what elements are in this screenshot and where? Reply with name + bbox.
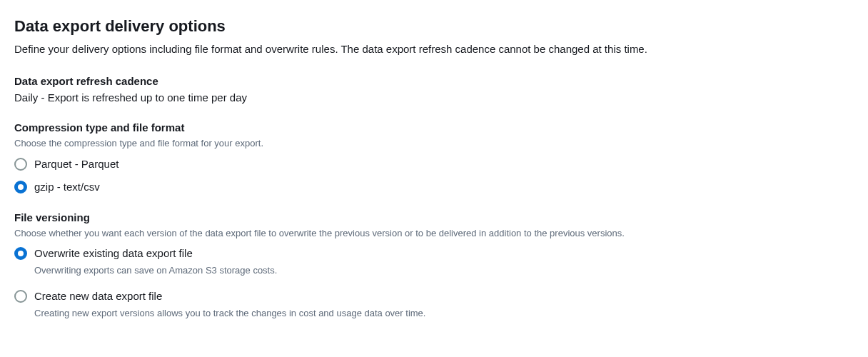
radio-description: Overwriting exports can save on Amazon S… (34, 263, 277, 278)
versioning-label: File versioning (14, 211, 854, 223)
versioning-group: File versioning Choose whether you want … (14, 211, 854, 321)
radio-text: Parquet - Parquet (34, 156, 118, 173)
radio-icon (14, 290, 27, 303)
refresh-cadence-group: Data export refresh cadence Daily - Expo… (14, 75, 854, 106)
versioning-option-create-new[interactable]: Create new data export file Creating new… (14, 288, 854, 320)
versioning-radio-list: Overwrite existing data export file Over… (14, 246, 854, 320)
compression-group: Compression type and file format Choose … (14, 121, 854, 196)
radio-icon (14, 247, 27, 260)
radio-icon (14, 158, 27, 171)
compression-label: Compression type and file format (14, 121, 854, 134)
radio-label: Parquet - Parquet (34, 156, 118, 173)
versioning-hint: Choose whether you want each version of … (14, 226, 854, 241)
compression-option-parquet[interactable]: Parquet - Parquet (14, 156, 854, 173)
radio-description: Creating new export versions allows you … (34, 306, 425, 321)
radio-label: gzip - text/csv (34, 179, 100, 196)
section-title: Data export delivery options (14, 17, 854, 36)
radio-text: Overwrite existing data export file Over… (34, 246, 277, 277)
versioning-option-overwrite[interactable]: Overwrite existing data export file Over… (14, 246, 854, 277)
radio-text: Create new data export file Creating new… (34, 288, 425, 320)
refresh-cadence-label: Data export refresh cadence (14, 75, 854, 87)
section-description: Define your delivery options including f… (14, 41, 854, 58)
compression-radio-list: Parquet - Parquet gzip - text/csv (14, 156, 854, 196)
compression-hint: Choose the compression type and file for… (14, 136, 854, 151)
radio-label: Create new data export file (34, 288, 425, 305)
compression-option-gzip[interactable]: gzip - text/csv (14, 179, 854, 196)
radio-icon (14, 181, 27, 193)
refresh-cadence-value: Daily - Export is refreshed up to one ti… (14, 90, 854, 106)
radio-text: gzip - text/csv (34, 179, 100, 196)
radio-label: Overwrite existing data export file (34, 246, 277, 262)
